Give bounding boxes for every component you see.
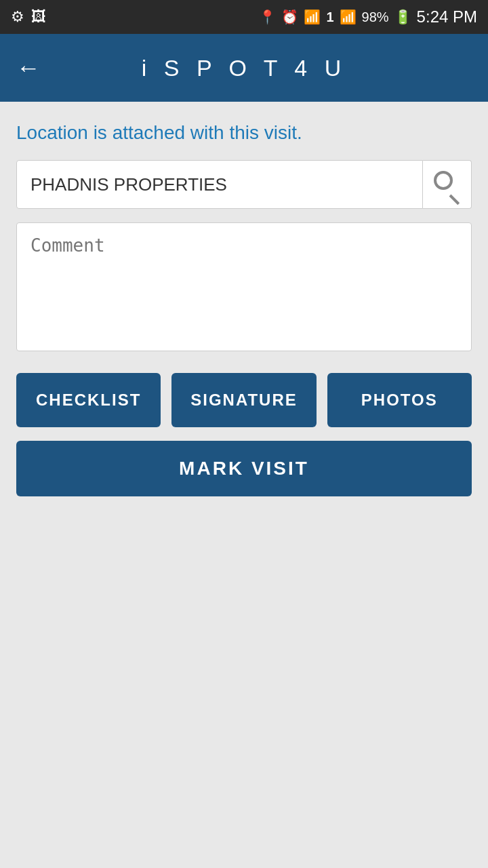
signal-number: 1 [326, 9, 333, 25]
search-button[interactable] [423, 160, 472, 209]
location-icon: 📍 [259, 9, 276, 25]
photos-button[interactable]: PHOTOS [327, 373, 472, 427]
search-row [16, 160, 472, 209]
alarm-icon: ⏰ [281, 9, 298, 25]
app-icon-1: ⚙ [11, 8, 24, 26]
app-icon-2: 🖼 [31, 8, 46, 26]
signature-button[interactable]: SIGNATURE [171, 373, 316, 427]
header: ← i S P O T 4 U [0, 34, 488, 102]
location-search-input[interactable] [16, 160, 423, 209]
wifi-icon: 📶 [304, 9, 321, 25]
battery-icon: 🔋 [394, 9, 411, 25]
main-content: Location is attached with this visit. CH… [0, 102, 488, 868]
magnify-icon [432, 170, 462, 199]
status-left-icons: ⚙ 🖼 [11, 8, 46, 26]
comment-textarea[interactable] [16, 222, 472, 351]
cell-signal-icon: 📶 [340, 9, 357, 25]
mark-visit-button[interactable]: MARK VISIT [16, 441, 472, 496]
location-notice: Location is attached with this visit. [16, 122, 472, 144]
status-right-icons: 📍 ⏰ 📶 1 📶 98% 🔋 5:24 PM [259, 7, 477, 26]
status-bar: ⚙ 🖼 📍 ⏰ 📶 1 📶 98% 🔋 5:24 PM [0, 0, 488, 34]
action-buttons-row: CHECKLIST SIGNATURE PHOTOS [16, 373, 472, 427]
status-time: 5:24 PM [417, 7, 477, 26]
app-title: i S P O T 4 U [54, 55, 434, 81]
battery-percent: 98% [362, 9, 389, 25]
checklist-button[interactable]: CHECKLIST [16, 373, 161, 427]
back-button[interactable]: ← [16, 54, 41, 82]
